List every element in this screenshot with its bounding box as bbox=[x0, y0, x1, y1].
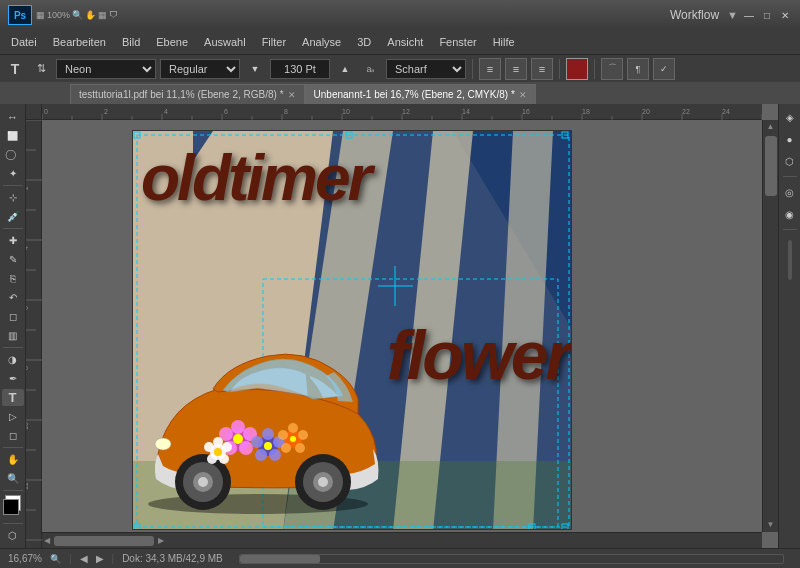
zoom-level: 16,67% bbox=[8, 553, 42, 564]
horizontal-scrollbar[interactable]: ◀ ▶ bbox=[42, 532, 762, 548]
svg-text:20: 20 bbox=[642, 108, 650, 115]
tab-0[interactable]: testtutoria1l.pdf bei 11,1% (Ebene 2, RG… bbox=[70, 84, 305, 104]
tab-1[interactable]: Unbenannt-1 bei 16,7% (Ebene 2, CMYK/8) … bbox=[305, 84, 536, 104]
document-canvas[interactable]: oldtimer flower bbox=[132, 130, 572, 530]
svg-point-100 bbox=[213, 437, 223, 447]
align-left-button[interactable]: ≡ bbox=[479, 58, 501, 80]
pen-tool[interactable]: ✒ bbox=[2, 370, 24, 387]
nav-next-button[interactable]: ▶ bbox=[96, 553, 104, 564]
antialiasing-select[interactable]: Scharf bbox=[386, 59, 466, 79]
brush-tool[interactable]: ✎ bbox=[2, 251, 24, 268]
separator-1 bbox=[472, 59, 473, 79]
menu-ebene[interactable]: Ebene bbox=[149, 34, 195, 50]
oldtimer-text: oldtimer bbox=[141, 141, 369, 215]
marquee-tool[interactable]: ⬜ bbox=[2, 127, 24, 144]
font-size-input[interactable] bbox=[270, 59, 330, 79]
align-center-button[interactable]: ≡ bbox=[505, 58, 527, 80]
ps-icon: Ps bbox=[8, 5, 32, 25]
menu-filter[interactable]: Filter bbox=[255, 34, 293, 50]
menu-hilfe[interactable]: Hilfe bbox=[486, 34, 522, 50]
font-style-select[interactable]: Regular bbox=[160, 59, 240, 79]
crop-tool[interactable]: ⊹ bbox=[2, 189, 24, 206]
canvas-wrapper[interactable]: oldtimer flower bbox=[42, 120, 762, 548]
svg-text:10: 10 bbox=[26, 422, 29, 430]
clone-tool[interactable]: ⎘ bbox=[2, 270, 24, 287]
vertical-scrollbar[interactable]: ▲ ▼ bbox=[762, 120, 778, 532]
svg-point-72 bbox=[198, 477, 208, 487]
quick-mask-button[interactable]: ⬡ bbox=[2, 527, 24, 544]
font-size-increment[interactable]: ▲ bbox=[334, 58, 356, 80]
svg-text:4: 4 bbox=[164, 108, 168, 115]
confirm-button[interactable]: ✓ bbox=[653, 58, 675, 80]
minimize-button[interactable]: — bbox=[742, 8, 756, 22]
text-type-toggle[interactable]: T bbox=[4, 58, 26, 80]
doc-icon: ▦ bbox=[36, 10, 45, 20]
styles-panel-button[interactable]: ◉ bbox=[781, 205, 799, 223]
paths-panel-button[interactable]: ⬡ bbox=[781, 152, 799, 170]
flower-text: flower bbox=[387, 316, 569, 394]
menu-ansicht[interactable]: Ansicht bbox=[380, 34, 430, 50]
svg-text:6: 6 bbox=[224, 108, 228, 115]
scroll-thumb-vertical[interactable] bbox=[765, 136, 777, 196]
scroll-thumb-horizontal[interactable] bbox=[54, 536, 154, 546]
font-size-decrement[interactable]: ▼ bbox=[244, 58, 266, 80]
warp-text-button[interactable]: ⌒ bbox=[601, 58, 623, 80]
menu-bild[interactable]: Bild bbox=[115, 34, 147, 50]
svg-point-104 bbox=[204, 442, 214, 452]
path-select-tool[interactable]: ▷ bbox=[2, 408, 24, 425]
menu-datei[interactable]: Datei bbox=[4, 34, 44, 50]
text-color-swatch[interactable] bbox=[566, 58, 588, 80]
history-brush-tool[interactable]: ↶ bbox=[2, 289, 24, 306]
svg-text:2: 2 bbox=[26, 186, 29, 190]
type-tool[interactable]: T bbox=[2, 389, 24, 406]
workspace-dropdown[interactable]: ▼ bbox=[727, 9, 738, 21]
move-tool[interactable]: ↔ bbox=[2, 108, 24, 125]
menu-3d[interactable]: 3D bbox=[350, 34, 378, 50]
menu-bearbeiten[interactable]: Bearbeiten bbox=[46, 34, 113, 50]
scroll-left-button[interactable]: ◀ bbox=[42, 536, 52, 545]
font-family-select[interactable]: Neon bbox=[56, 59, 156, 79]
eyedropper-tool[interactable]: 💉 bbox=[2, 208, 24, 225]
svg-text:12: 12 bbox=[26, 482, 29, 490]
tab-1-close[interactable]: ✕ bbox=[519, 90, 527, 100]
canvas-area[interactable]: 0 2 4 6 8 10 12 14 bbox=[26, 104, 778, 548]
align-right-button[interactable]: ≡ bbox=[531, 58, 553, 80]
svg-text:14: 14 bbox=[462, 108, 470, 115]
layers-panel-button[interactable]: ◈ bbox=[781, 108, 799, 126]
tab-0-close[interactable]: ✕ bbox=[288, 90, 296, 100]
svg-text:22: 22 bbox=[682, 108, 690, 115]
tool-sep-2 bbox=[3, 228, 23, 229]
window-controls: Workflow ▼ — □ ✕ bbox=[670, 8, 792, 22]
scroll-up-button[interactable]: ▲ bbox=[763, 120, 778, 134]
eraser-tool[interactable]: ◻ bbox=[2, 308, 24, 325]
scroll-right-button[interactable]: ▶ bbox=[156, 536, 166, 545]
hand-tool[interactable]: ✋ bbox=[2, 451, 24, 468]
lasso-tool[interactable]: ⃝ bbox=[2, 146, 24, 163]
dodge-tool[interactable]: ◑ bbox=[2, 351, 24, 368]
zoom-tool[interactable]: 🔍 bbox=[2, 470, 24, 487]
character-panel-button[interactable]: ¶ bbox=[627, 58, 649, 80]
tab-0-label: testtutoria1l.pdf bei 11,1% (Ebene 2, RG… bbox=[79, 89, 284, 100]
adjustments-panel-button[interactable]: ◎ bbox=[781, 183, 799, 201]
bottom-scroll-thumb[interactable] bbox=[240, 555, 320, 563]
svg-point-79 bbox=[231, 420, 245, 434]
shape-tool[interactable]: ◻ bbox=[2, 427, 24, 444]
text-orientation-button[interactable]: ⇅ bbox=[30, 58, 52, 80]
scroll-down-button[interactable]: ▼ bbox=[763, 518, 778, 532]
menu-analyse[interactable]: Analyse bbox=[295, 34, 348, 50]
maximize-button[interactable]: □ bbox=[760, 8, 774, 22]
menu-fenster[interactable]: Fenster bbox=[432, 34, 483, 50]
gradient-tool[interactable]: ▥ bbox=[2, 327, 24, 344]
foreground-color[interactable] bbox=[3, 499, 19, 515]
healing-brush-tool[interactable]: ✚ bbox=[2, 232, 24, 249]
close-button[interactable]: ✕ bbox=[778, 8, 792, 22]
svg-point-102 bbox=[219, 454, 229, 464]
magic-wand-tool[interactable]: ✦ bbox=[2, 165, 24, 182]
nav-prev-button[interactable]: ◀ bbox=[80, 553, 88, 564]
bottom-scroll-track[interactable] bbox=[239, 554, 784, 564]
panel-resize-handle[interactable] bbox=[788, 240, 792, 280]
channels-panel-button[interactable]: ● bbox=[781, 130, 799, 148]
svg-point-91 bbox=[264, 442, 272, 450]
menu-auswahl[interactable]: Auswahl bbox=[197, 34, 253, 50]
pct-display: 100% bbox=[47, 10, 70, 20]
